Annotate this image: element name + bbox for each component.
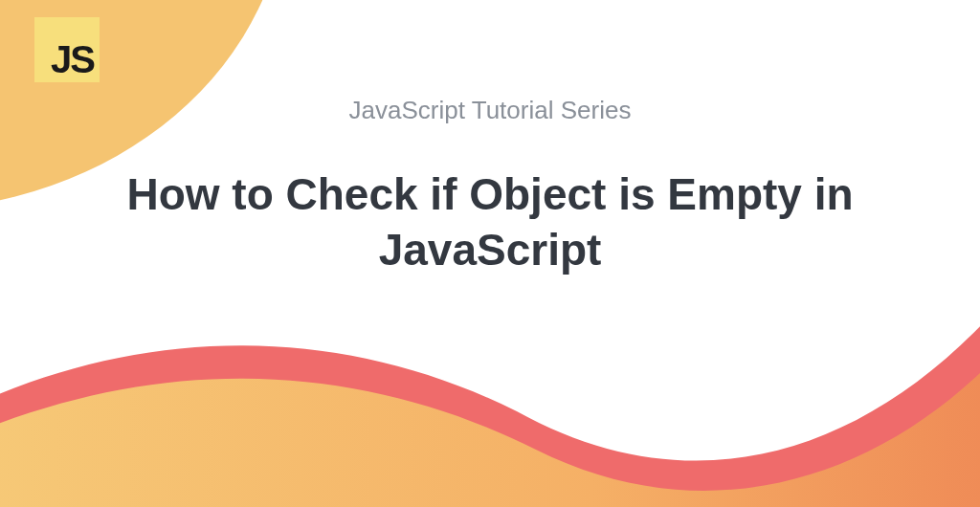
page-title: How to Check if Object is Empty in JavaS… <box>69 167 911 277</box>
wave-decoration-front <box>0 287 980 507</box>
js-logo-text: JS <box>51 40 94 78</box>
content-area: JavaScript Tutorial Series How to Check … <box>0 96 980 277</box>
series-subtitle: JavaScript Tutorial Series <box>57 96 923 125</box>
js-logo: JS <box>34 17 100 82</box>
